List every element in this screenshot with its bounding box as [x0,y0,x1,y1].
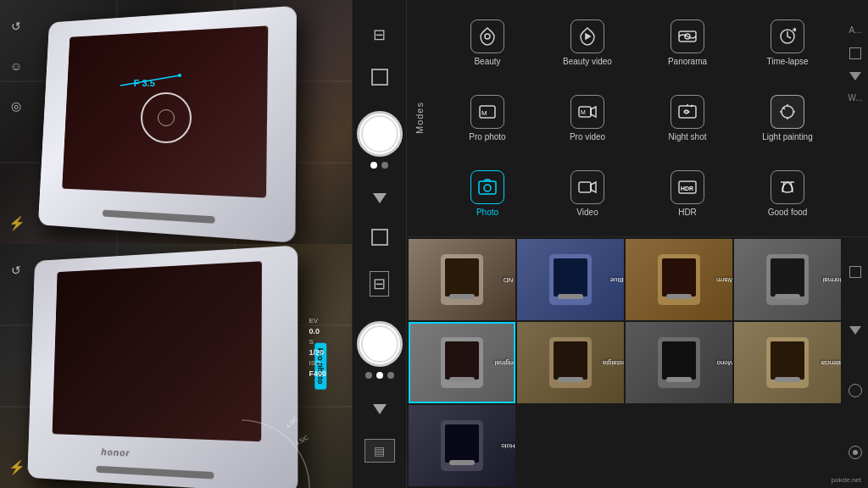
mode-pro-photo[interactable]: M Pro photo [439,88,536,148]
svg-rect-28 [445,258,479,297]
refresh-icon[interactable]: ↺ [7,261,25,280]
modes-w-label: W... [848,93,862,103]
top-side-icons: ↺ ☺ ◎ [7,17,25,115]
filter-square-1[interactable] [849,266,861,278]
filter-nd[interactable]: ND [409,239,515,320]
filter-circle[interactable] [849,384,862,397]
settings-icon[interactable]: ↺ [7,17,25,36]
light-painting-icon-wrap [771,95,804,129]
warm-label: Warm [716,276,732,284]
blue-label: Blue [609,276,623,284]
modes-grid: Beauty Beauty video [432,0,843,236]
svg-rect-29 [449,294,475,299]
modes-chevron-down[interactable] [849,72,861,80]
svg-rect-44 [558,377,583,382]
mode-good-food[interactable]: Good food [739,164,836,224]
time-lapse-label: Time-lapse [766,57,808,66]
mode-pro-video[interactable]: M Pro video [539,88,636,148]
filter-holo[interactable]: Holo [409,405,515,486]
dot-b-1 [365,372,372,379]
filter-normal[interactable]: Normal [734,239,841,320]
flash-icon-top[interactable]: ⚡ [8,215,25,231]
svg-rect-53 [449,460,475,465]
face-icon[interactable]: ☺ [7,57,25,75]
filter-nostalgia[interactable]: Nostalgia [517,322,624,403]
svg-text:M: M [581,109,586,115]
mode-panorama[interactable]: Panorama [639,13,736,73]
normal-label: Normal [823,276,841,284]
mode-beauty[interactable]: Beauty [439,13,536,73]
svg-rect-46 [662,341,696,380]
modes-extra-label: A... [849,25,861,35]
beauty-label: Beauty [474,57,500,66]
valencia-label: Valencia [821,359,841,367]
middle-strip: ⊟ ⊟ ▤ [352,0,407,488]
gallery-thumbnail[interactable]: ▤ [364,439,395,463]
svg-rect-34 [662,258,696,297]
mode-beauty-video[interactable]: Beauty video [539,13,636,73]
video-label: Video [576,208,598,217]
svg-text:4.0/C: 4.0/C [285,415,299,430]
light-painting-label: Light painting [762,132,813,141]
svg-rect-37 [771,258,804,297]
filter-blue[interactable]: Blue [517,239,624,320]
filter-mono[interactable]: Mono [626,322,732,403]
mode-time-lapse[interactable]: Time-lapse [739,13,836,73]
mode-night-shot[interactable]: Night shot [639,88,736,148]
svg-rect-38 [775,294,800,299]
pro-video-icon-wrap: M [570,95,604,129]
aspect-ratio-icon[interactable] [371,69,388,86]
switch-camera-icon[interactable]: ⊟ [373,25,386,44]
filters-section: ND Blue [407,237,868,488]
good-food-label: Good food [768,208,808,217]
svg-rect-49 [771,341,804,380]
svg-point-5 [178,74,181,77]
filter-chevron-down[interactable] [849,326,861,335]
svg-rect-40 [445,341,479,380]
svg-text:4.5/C: 4.5/C [294,434,309,446]
mode-light-painting[interactable]: Light painting [739,88,836,148]
small-square-icon[interactable] [371,229,388,246]
filters-grid: ND Blue [407,237,843,488]
focus-inner [158,109,175,126]
beauty-icon-wrap [470,19,504,53]
effects-icon[interactable]: ◎ [7,97,25,115]
camera-bottom-view: honor 4.0/C 4.5/C Pro photo EV 0.0 S 1/2… [0,244,352,488]
svg-point-23 [484,185,491,191]
filter-warm[interactable]: Warm [626,239,732,320]
shutter-button-bottom[interactable] [357,321,403,367]
dial-arc: 4.0/C 4.5/C [216,386,318,488]
mode-hdr[interactable]: HDR HDR [639,164,736,224]
filter-valencia[interactable]: Valencia [734,322,841,403]
aperture-indicator [116,69,184,103]
svg-rect-43 [554,341,587,380]
filters-right-strip [843,237,868,488]
pro-photo-label: Pro photo [469,132,505,141]
video-icon-wrap [570,170,604,204]
mono-label: Mono [716,359,732,367]
svg-rect-41 [449,377,475,382]
camera-top-view: F 3.5 ↺ ☺ ◎ ⚡ [0,0,352,244]
svg-rect-24 [579,182,591,192]
svg-line-4 [120,75,180,86]
flash-icon-bottom[interactable]: ⚡ [8,459,25,475]
chevron-down-icon-bottom[interactable] [373,404,387,414]
dot-b-2 [376,372,383,379]
chevron-down-icon-top[interactable] [373,193,387,203]
flip-icon[interactable]: ⊟ [370,271,389,297]
svg-text:M: M [481,109,487,117]
iso-value: F400 [309,369,326,378]
mode-photo[interactable]: Photo [439,164,536,224]
shutter-button-top[interactable] [357,111,403,157]
filter-phone-holo [409,405,515,486]
svg-rect-52 [445,424,479,463]
bottom-side-icons: ↺ [7,261,25,280]
pro-photo-icon-wrap: M [470,95,504,129]
phone-bottom-speaker [96,465,214,479]
modes-small-square[interactable] [849,47,861,59]
mode-video[interactable]: Video [539,164,636,224]
filter-original[interactable]: Original [409,322,515,403]
camera-params: EV 0.0 S 1/20 ISO F400 [309,317,326,378]
svg-text:HDR: HDR [681,186,693,191]
ev-value: 0.0 [309,327,326,336]
